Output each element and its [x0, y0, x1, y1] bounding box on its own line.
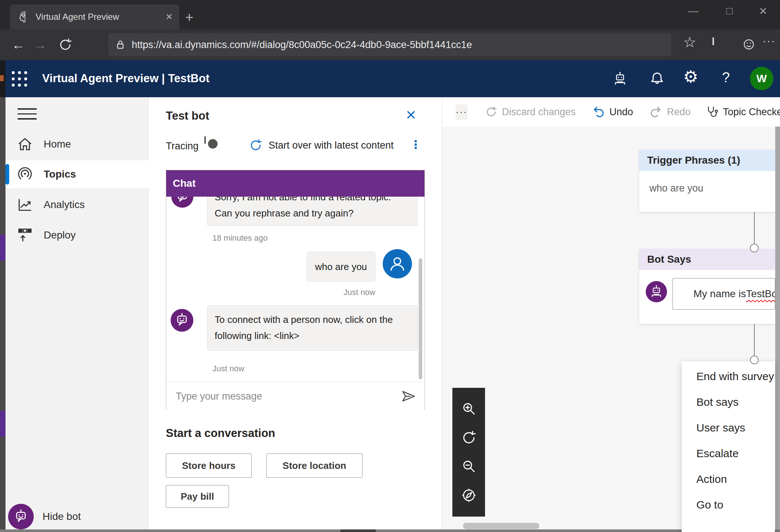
sidebar-item-home[interactable]: Home [6, 130, 149, 158]
chat-window: Chat Sorry, I am not able to find a rela… [166, 170, 425, 410]
connector-node-dot[interactable] [750, 244, 759, 252]
start-over-label[interactable]: Start over with latest content [269, 140, 394, 151]
add-node-menu: End with survey Bot says User says Escal… [682, 361, 775, 532]
trigger-node-header: Trigger Phrases (1) [639, 150, 775, 171]
home-icon [17, 136, 33, 153]
chat-scrollbar[interactable] [419, 258, 422, 379]
undo-button[interactable]: Undo [592, 105, 633, 119]
tab-favicon-icon [17, 10, 30, 23]
refresh-button[interactable] [58, 37, 73, 52]
redo-button[interactable]: Redo [649, 105, 691, 119]
new-tab-button[interactable]: + [185, 10, 193, 25]
user-avatar-icon [383, 249, 412, 278]
user-avatar[interactable]: W [750, 67, 773, 90]
feedback-smiley-icon[interactable] [742, 37, 756, 51]
reset-view-icon[interactable] [461, 430, 477, 446]
chat-timestamp: 18 minutes ago [212, 233, 267, 243]
app-header: Virtual Agent Preview | TestBot ⚙ ? W [0, 60, 780, 97]
testbot-panel: Test bot ✕ Tracing Start over with lates… [149, 97, 442, 532]
minimap-compass-icon[interactable] [461, 487, 477, 503]
browser-tab[interactable]: Virtual Agent Preview ✕ [10, 4, 179, 29]
sidebar-item-label: Deploy [44, 229, 76, 241]
browser-nav-bar: ← → https://va.ai.dynamics.com/#/dialog/… [0, 29, 780, 60]
canvas-horizontal-scrollbar[interactable] [463, 523, 539, 529]
chat-message-bot: To connect with a person now, click on t… [207, 305, 418, 351]
menu-item-escalate[interactable]: Escalate [682, 441, 775, 466]
left-strip-mark [0, 75, 4, 81]
forward-button[interactable]: → [29, 37, 51, 52]
bot-says-message-prefix: My name is [693, 288, 746, 300]
trigger-phrases-node[interactable]: Trigger Phrases (1) who are you [639, 150, 775, 212]
app-title: Virtual Agent Preview | TestBot [42, 72, 209, 85]
start-over-refresh-icon[interactable] [249, 138, 263, 152]
sidebar-item-label: Topics [44, 168, 76, 180]
hide-bot-button[interactable]: Hide bot [8, 504, 81, 529]
tracing-label: Tracing [166, 141, 198, 152]
bot-says-message-highlight: TestBot! [746, 288, 775, 300]
bot-robot-icon[interactable] [612, 71, 628, 87]
tab-close-icon[interactable]: ✕ [165, 12, 173, 22]
waffle-icon[interactable] [12, 71, 27, 87]
sidebar-item-label: Analytics [44, 199, 85, 211]
help-icon[interactable]: ? [722, 70, 730, 85]
menu-item-go-to[interactable]: Go to [682, 492, 775, 518]
topic-checker-label: Topic Checker [723, 106, 780, 118]
selected-indicator [6, 164, 9, 185]
tab-title: Virtual Agent Preview [36, 12, 160, 22]
connector-line [754, 324, 755, 356]
zoom-out-icon[interactable] [461, 459, 477, 474]
suggestion-pay-bill[interactable]: Pay bill [166, 485, 229, 508]
zoom-in-icon[interactable] [461, 401, 477, 416]
sidebar-item-label: Home [44, 138, 71, 150]
testbot-title: Test bot [166, 109, 209, 123]
back-button[interactable]: ← [7, 37, 29, 52]
favorites-star-icon[interactable]: ☆ [683, 34, 696, 51]
chat-header-title: Chat [173, 178, 196, 189]
chat-message-user: who are you [307, 252, 375, 282]
testbot-close-icon[interactable]: ✕ [405, 108, 416, 123]
connector-add-dot[interactable] [750, 356, 759, 364]
bot-says-robot-icon [646, 281, 667, 302]
canvas-toolbar: ··· Discard changes Undo [442, 97, 780, 127]
hide-bot-label: Hide bot [43, 511, 81, 522]
connector-line [754, 212, 755, 244]
start-conversation-heading: Start a conversation [166, 427, 275, 440]
window-close-button[interactable]: ✕ [755, 5, 771, 17]
discard-changes-button[interactable]: Discard changes [485, 106, 576, 118]
menu-item-end-with-survey[interactable]: End with survey [682, 364, 775, 389]
url-bar[interactable]: https://va.ai.dynamics.com/#/dialog/8c00… [108, 33, 671, 56]
sidebar-item-analytics[interactable]: Analytics [6, 191, 149, 219]
bot-says-node[interactable]: Bot Says My name is TestBot! [639, 249, 775, 324]
analytics-icon [17, 196, 33, 213]
browser-tab-bar: Virtual Agent Preview ✕ + — □ ✕ [0, 0, 780, 29]
window-minimize-button[interactable]: — [685, 5, 701, 17]
canvas-zoom-toolbar [452, 388, 485, 517]
topic-checker-button[interactable]: Topic Checker [705, 105, 780, 119]
web-notes-icon[interactable] [712, 38, 714, 45]
bottom-scroll-thumb[interactable] [340, 529, 376, 532]
notifications-bell-icon[interactable] [649, 70, 666, 87]
hamburger-icon[interactable] [18, 108, 37, 123]
sidebar-item-deploy[interactable]: Deploy [6, 221, 149, 249]
tracing-toggle[interactable] [204, 136, 206, 144]
deploy-icon [17, 227, 33, 244]
bot-says-message-input[interactable]: My name is TestBot! [673, 278, 775, 310]
browser-more-icon[interactable]: ··· [762, 34, 776, 47]
url-text: https://va.ai.dynamics.com/#/dialog/8c00… [132, 39, 472, 51]
menu-item-action[interactable]: Action [682, 466, 775, 492]
suggestion-store-location[interactable]: Store location [266, 453, 362, 478]
suggestion-store-hours[interactable]: Store hours [166, 453, 252, 478]
sidebar-item-topics[interactable]: Topics [6, 160, 149, 188]
canvas-vertical-scrollbar[interactable] [775, 127, 780, 532]
testbot-kebab-icon[interactable]: ⋮ [410, 138, 422, 152]
window-maximize-button[interactable]: □ [721, 5, 737, 17]
undo-label: Undo [609, 106, 633, 118]
toolbar-more-button[interactable]: ··· [456, 104, 467, 120]
trigger-phrase-text: who are you [639, 171, 775, 194]
menu-item-user-says[interactable]: User says [682, 415, 775, 441]
send-icon[interactable] [400, 388, 416, 404]
settings-gear-icon[interactable]: ⚙ [683, 67, 698, 87]
menu-item-bot-says[interactable]: Bot says [682, 389, 775, 415]
chat-timestamp: Just now [307, 288, 375, 297]
chat-message-input[interactable] [176, 391, 400, 402]
